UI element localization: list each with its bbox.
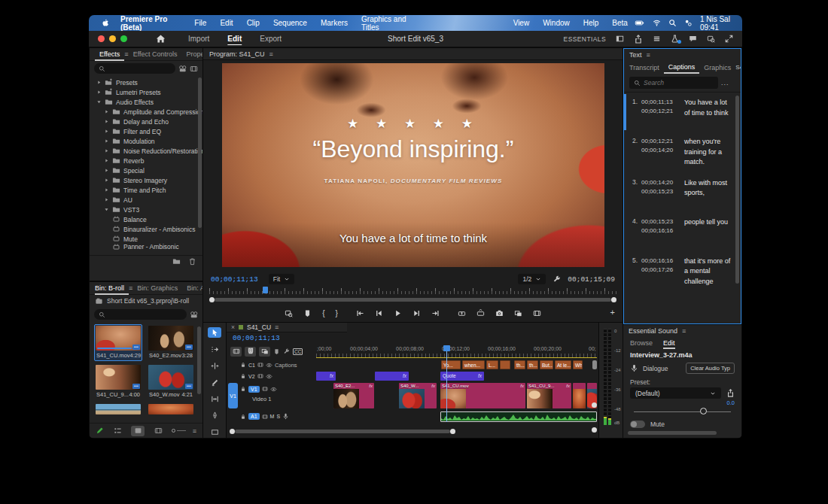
captions-menu-button[interactable]: CC (293, 348, 303, 355)
tree-item-effect[interactable]: Panner - Ambisonic (90, 244, 202, 250)
bin-filter-icon[interactable] (190, 311, 198, 319)
track-badge-icon[interactable] (257, 373, 263, 379)
caret-right-icon[interactable] (103, 109, 109, 114)
apple-menu-icon[interactable] (96, 19, 114, 27)
freeform-view-button[interactable] (151, 426, 165, 436)
spotlight-icon[interactable] (668, 19, 677, 27)
captions-search-field[interactable] (644, 79, 714, 87)
effects-search-input[interactable] (94, 63, 175, 74)
caption-timecodes[interactable]: 00;00;16;1600;00;17;26 (641, 257, 680, 287)
button-editor-plus-icon[interactable]: + (610, 308, 615, 317)
caption-clip[interactable] (500, 360, 510, 369)
zoom-fit-dropdown[interactable]: Fit (269, 274, 294, 284)
playback-resolution-dropdown[interactable]: 1/2 (518, 274, 546, 284)
tree-item[interactable]: Delay and Echo (90, 117, 202, 126)
nest-sequences-button[interactable] (230, 347, 242, 357)
beta-features-icon[interactable] (671, 35, 679, 43)
mute-toggle[interactable] (630, 421, 645, 428)
workspace-panel-icon[interactable] (616, 35, 624, 43)
thumbnail-zoom-slider[interactable] (172, 429, 186, 433)
mute-track-button[interactable]: M (270, 414, 275, 419)
captions-search-input[interactable] (629, 77, 718, 89)
clip-thumbnail[interactable] (148, 404, 193, 414)
panel-menu-icon[interactable]: ≡ (647, 51, 650, 59)
audio-clip[interactable] (440, 411, 597, 422)
program-video-frame[interactable]: ★ ★ ★ ★ ★ “Beyond inspiring.” TATIANA NA… (222, 63, 604, 267)
playhead-marker[interactable] (443, 345, 450, 351)
bin-clip[interactable]: ••• S41_CU_9...4:00 (94, 363, 142, 400)
bin-clip[interactable]: ••• S40_E2.mov3:28 (147, 324, 195, 361)
caption-clip[interactable]: th... (527, 360, 538, 369)
maximize-window-button[interactable] (120, 35, 127, 42)
panel-menu-icon[interactable]: ≡ (682, 327, 686, 335)
writable-pen-icon[interactable] (96, 427, 104, 435)
selection-tool[interactable] (208, 327, 221, 338)
tab-export[interactable]: Export (251, 35, 291, 43)
go-to-out-button[interactable] (431, 309, 440, 317)
lift-button[interactable] (458, 309, 466, 317)
track-badge-icon[interactable] (257, 362, 263, 368)
caption-clip[interactable]: Yo... (441, 360, 461, 369)
program-playhead[interactable] (263, 287, 268, 293)
caption-clip[interactable]: L... (486, 360, 498, 369)
bin-clip[interactable] (147, 402, 195, 417)
caption-row[interactable]: 3. 00;00;14;2000;00;15;23 Like with most… (624, 173, 741, 212)
workspace-label[interactable]: ESSENTIALS (564, 35, 606, 43)
more-options-icon[interactable]: ... (721, 79, 729, 87)
menu-app[interactable]: Premiere Pro (Beta) (114, 15, 187, 32)
caret-right-icon[interactable] (96, 90, 102, 95)
tree-item[interactable]: Noise Reduction/Restoration (90, 146, 202, 156)
tab-captions[interactable]: Captions (664, 61, 700, 74)
caption-clip[interactable]: th... (514, 360, 525, 369)
tab-edit[interactable]: Edit (663, 339, 675, 349)
track-name-v2[interactable]: V2 (248, 374, 255, 379)
tab-overflow[interactable]: S4 (735, 64, 741, 71)
menu-edit[interactable]: Edit (213, 19, 239, 27)
tree-item[interactable]: Time and Pitch (90, 185, 202, 195)
bin-clip[interactable] (94, 402, 142, 417)
tree-item[interactable]: AU (90, 195, 202, 205)
play-button[interactable] (394, 309, 402, 317)
caption-text[interactable]: when you're training for a match. (684, 137, 738, 168)
track-select-tool[interactable] (208, 344, 221, 354)
close-window-button[interactable] (98, 35, 105, 42)
caret-right-icon[interactable] (103, 138, 109, 144)
video-clip[interactable]: S41_CU_9...fx (527, 383, 571, 408)
mark-in-button[interactable]: { (322, 309, 324, 317)
caption-clip[interactable]: But... (540, 360, 553, 369)
caption-row[interactable]: 4. 00;00;15;2300;00;16;16 people tell yo… (624, 212, 741, 251)
tab-properties[interactable]: Propertie (182, 50, 203, 58)
essential-sound-scrollbar[interactable] (628, 431, 717, 435)
gain-slider[interactable] (634, 408, 731, 415)
clip-thumbnail[interactable]: ••• (148, 365, 193, 390)
share-icon[interactable] (634, 35, 643, 44)
tab-effects[interactable]: Effects (95, 48, 124, 61)
caption-text[interactable]: that it's more of a mental challenge (684, 257, 738, 287)
feedback-icon[interactable] (689, 35, 697, 43)
effects-scrollbar[interactable] (198, 77, 202, 228)
clip-thumbnail[interactable]: ••• (96, 365, 141, 390)
caret-right-icon[interactable] (103, 148, 109, 153)
fullscreen-icon[interactable] (725, 35, 733, 43)
home-icon[interactable] (135, 34, 179, 44)
slip-tool[interactable] (208, 394, 221, 405)
step-back-button[interactable] (375, 309, 383, 317)
tree-item[interactable]: VST3 (90, 205, 202, 214)
caret-right-icon[interactable] (96, 80, 102, 85)
slider-knob[interactable] (700, 408, 707, 414)
tree-item[interactable]: Reverb (90, 156, 202, 165)
eye-icon[interactable] (266, 373, 272, 380)
track-target-v1[interactable]: V1 (248, 386, 260, 393)
caption-text[interactable]: You have a lot of time to think (684, 98, 738, 126)
tree-item[interactable]: Modulation (90, 136, 202, 146)
menu-graphics-titles[interactable]: Graphics and Titles (355, 15, 424, 32)
battery-icon[interactable] (635, 19, 645, 27)
track-badge-icon[interactable] (262, 414, 268, 420)
audio-effects-filter-icon[interactable] (190, 65, 198, 73)
caption-timecodes[interactable]: 00;00;11;1300;00;12;21 (641, 98, 680, 126)
caption-row[interactable]: 2. 00;00;12;2100;00;14;20 when you're tr… (624, 132, 741, 173)
eye-icon[interactable] (270, 386, 277, 393)
tree-item[interactable]: Audio Effects (90, 97, 202, 107)
tree-item[interactable]: Presets (90, 77, 202, 87)
timeline-horizontal-scrollbar[interactable] (230, 429, 455, 434)
